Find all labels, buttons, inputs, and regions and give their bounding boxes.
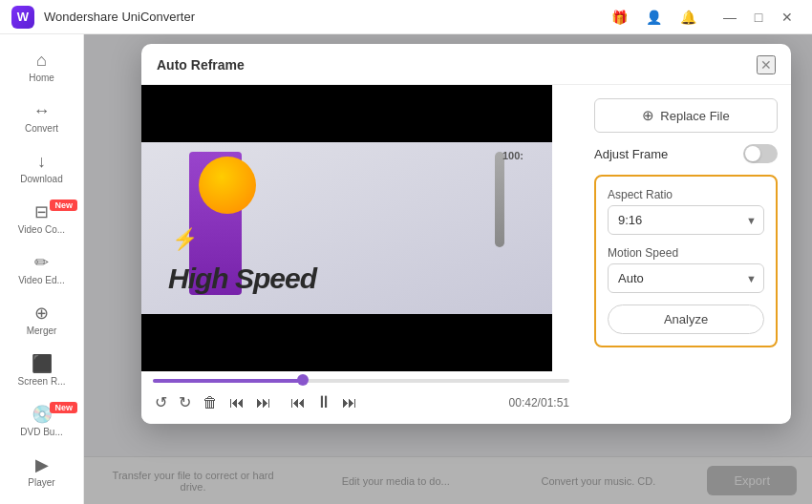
motion-speed-label: Motion Speed (608, 246, 764, 260)
motion-speed-field: Motion Speed Auto Slow Normal Fast ▼ (608, 246, 764, 293)
time-display: 00:42/01:51 (509, 396, 569, 410)
progress-fill (153, 379, 303, 383)
convert-icon: ↔ (33, 102, 51, 119)
video-content-area: 100: ⚡ High Speed (141, 142, 552, 314)
modal-header: Auto Reframe ✕ (141, 44, 791, 85)
app-title: Wondershare UniConverter (44, 10, 606, 24)
sidebar-item-screen-rec[interactable]: ⬛ Screen R... (0, 346, 83, 396)
toggle-knob (745, 146, 760, 161)
merger-icon: ⊕ (34, 304, 49, 322)
right-panel: ⊕ Replace File Adjust Frame (581, 85, 791, 424)
controls-row: ↺ ↻ 🗑 ⏮ ⏭ ⏮ ⏸ ⏭ 00:42/01:51 (153, 390, 569, 414)
redo-button[interactable]: ↻ (177, 391, 193, 413)
black-bar-bottom (141, 314, 552, 371)
modal-title: Auto Reframe (157, 57, 245, 73)
aspect-ratio-field: Aspect Ratio 9:16 1:1 4:3 16:9 ▼ (608, 188, 764, 235)
aspect-ratio-select[interactable]: 9:16 1:1 4:3 16:9 (608, 205, 764, 235)
video-frame-bg: 100: ⚡ High Speed (141, 85, 552, 371)
title-bar-icons: 🎁 👤 🔔 — □ ✕ (606, 4, 801, 31)
progress-track[interactable] (153, 379, 569, 383)
replace-file-icon: ⊕ (642, 107, 654, 124)
sidebar-label-screen-rec: Screen R... (17, 376, 65, 387)
download-icon: ↓ (37, 153, 46, 170)
replace-file-label: Replace File (660, 109, 729, 123)
ball-element (199, 157, 256, 214)
sidebar-item-merger[interactable]: ⊕ Merger (0, 295, 83, 346)
modal-overlay: Auto Reframe ✕ (84, 34, 812, 504)
sidebar-item-player[interactable]: ▶ Player (0, 447, 83, 497)
sidebar-label-video-compress: Video Co... (18, 224, 65, 235)
motion-speed-select[interactable]: Auto Slow Normal Fast (608, 263, 764, 293)
player-icon: ▶ (35, 456, 49, 473)
sidebar-item-video-editor[interactable]: ✏ Video Ed... (0, 244, 83, 295)
black-bar-top (141, 85, 552, 142)
gift-icon[interactable]: 🎁 (606, 4, 632, 31)
main-layout: ⌂ Home ↔ Convert ↓ Download ⊟ Video Co..… (0, 34, 812, 504)
dvd-icon: 💿 (32, 406, 53, 423)
video-preview: 100: ⚡ High Speed (141, 85, 552, 371)
play-pause-button[interactable]: ⏸ (313, 390, 334, 414)
sidebar-label-dvd-burn: DVD Bu... (20, 427, 62, 437)
skip-forward-button[interactable]: ⏭ (340, 392, 359, 413)
compress-icon: ⊟ (34, 203, 49, 220)
analyze-button[interactable]: Analyze (608, 304, 764, 334)
sidebar: ⌂ Home ↔ Convert ↓ Download ⊟ Video Co..… (0, 34, 84, 504)
progress-thumb (297, 374, 309, 386)
sidebar-label-video-editor: Video Ed... (18, 275, 65, 285)
auto-reframe-modal: Auto Reframe ✕ (141, 44, 791, 424)
adjust-frame-toggle[interactable] (743, 144, 778, 163)
adjust-frame-row: Adjust Frame (594, 144, 778, 163)
motion-speed-wrapper: Auto Slow Normal Fast ▼ (608, 263, 764, 293)
sidebar-item-toolbox[interactable]: ⊞ Toolbox (0, 497, 83, 504)
window-controls: — □ ✕ (716, 4, 801, 31)
video-section: 100: ⚡ High Speed (141, 85, 581, 424)
sidebar-label-merger: Merger (27, 326, 57, 336)
speed-percentage: 100: (502, 150, 524, 161)
sidebar-item-dvd-burn[interactable]: 💿 DVD Bu... New (0, 396, 83, 447)
adjust-frame-label: Adjust Frame (594, 147, 668, 161)
undo-button[interactable]: ↺ (153, 391, 169, 413)
title-bar: W Wondershare UniConverter 🎁 👤 🔔 — □ ✕ (0, 0, 812, 34)
playback-controls: ⏮ ⏸ ⏭ (288, 390, 359, 414)
aspect-ratio-label: Aspect Ratio (608, 188, 764, 201)
video-controls: ↺ ↻ 🗑 ⏮ ⏭ ⏮ ⏸ ⏭ 00:42/01:51 (141, 371, 581, 424)
user-icon[interactable]: 👤 (640, 4, 667, 31)
bell-icon[interactable]: 🔔 (674, 4, 701, 31)
logo-letter: W (17, 10, 29, 24)
app-logo: W (11, 6, 34, 29)
modal-close-button[interactable]: ✕ (757, 55, 776, 74)
sidebar-item-download[interactable]: ↓ Download (0, 143, 83, 194)
sidebar-item-video-compress[interactable]: ⊟ Video Co... New (0, 194, 83, 244)
settings-box: Aspect Ratio 9:16 1:1 4:3 16:9 ▼ (594, 175, 778, 347)
sidebar-label-player: Player (28, 477, 54, 488)
editor-icon: ✏ (34, 254, 49, 271)
high-speed-text: High Speed (168, 262, 316, 295)
sidebar-item-convert[interactable]: ↔ Convert (0, 93, 83, 143)
aspect-ratio-wrapper: 9:16 1:1 4:3 16:9 ▼ (608, 205, 764, 235)
close-button[interactable]: ✕ (774, 4, 801, 31)
minimize-button[interactable]: — (716, 4, 743, 31)
delete-button[interactable]: 🗑 (201, 392, 220, 413)
sidebar-item-home[interactable]: ⌂ Home (0, 42, 83, 93)
maximize-button[interactable]: □ (745, 4, 772, 31)
modal-body: 100: ⚡ High Speed (141, 85, 791, 424)
screen-rec-icon: ⬛ (32, 355, 53, 372)
skip-back-button[interactable]: ⏮ (288, 392, 308, 413)
frame-next-button[interactable]: ⏭ (254, 392, 273, 413)
new-badge-compress: New (50, 200, 77, 211)
sidebar-label-convert: Convert (25, 123, 58, 134)
home-icon: ⌂ (36, 52, 47, 69)
lightning-icon: ⚡ (172, 227, 198, 252)
replace-file-button[interactable]: ⊕ Replace File (594, 98, 778, 133)
sidebar-label-download: Download (20, 174, 62, 184)
content-area: Transfer your file to correct or hard dr… (84, 34, 812, 504)
new-badge-dvd: New (50, 402, 77, 413)
sidebar-label-home: Home (29, 73, 54, 83)
frame-prev-button[interactable]: ⏮ (227, 392, 246, 413)
speed-bar (495, 152, 504, 247)
